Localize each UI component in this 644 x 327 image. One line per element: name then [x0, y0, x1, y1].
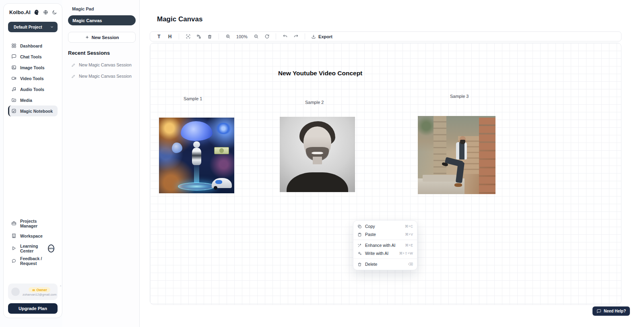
- panel-item-magic-pad[interactable]: Magic Pad: [72, 6, 94, 11]
- logo-row: Kolbo.AI: [8, 9, 58, 15]
- session-list-item[interactable]: New Magic Canvas Session: [71, 62, 139, 67]
- sidebar-item-label: Feedback / Request: [20, 256, 54, 266]
- zoom-out-button[interactable]: [252, 33, 260, 41]
- select-tool-button[interactable]: [184, 33, 192, 41]
- context-menu-item-label: Enhance with AI: [365, 243, 395, 248]
- ai-brain-motif: [181, 121, 213, 141]
- connector-icon: [196, 34, 201, 39]
- portrait-shirt-motif: [287, 172, 348, 192]
- context-menu-item-label: Copy: [365, 224, 375, 229]
- canvas-grid[interactable]: New Youtube Video Concept Sample 1 Sampl…: [150, 43, 621, 305]
- context-menu: Copy ⌘+C Paste ⌘+V Enhance with AI ⌘+E W…: [353, 220, 417, 270]
- sidebar-item-magic-notebook[interactable]: Magic Notebook: [8, 106, 58, 116]
- brain-logo-icon: [33, 9, 39, 15]
- ai-heart-motif: [172, 143, 182, 153]
- connector-tool-button[interactable]: [194, 33, 203, 41]
- toolbar-divider: [276, 33, 276, 39]
- canvas-text-sample-2[interactable]: Sample 2: [305, 100, 324, 105]
- user-info: Owner zoharvan12@gmail.com: [23, 287, 56, 296]
- clipboard-icon: [357, 232, 362, 237]
- heading-tool-button[interactable]: H: [165, 33, 174, 41]
- export-button[interactable]: Export: [310, 34, 334, 39]
- session-list-item[interactable]: New Magic Canvas Session: [71, 74, 139, 79]
- portrait-neck-motif: [313, 157, 322, 164]
- app-logo-text: Kolbo.AI: [9, 10, 31, 15]
- new-session-button[interactable]: New Session: [68, 32, 136, 43]
- context-menu-delete[interactable]: Delete ⌫: [353, 260, 417, 268]
- context-menu-copy[interactable]: Copy ⌘+C: [353, 222, 417, 230]
- sidebar-item-dashboard[interactable]: Dashboard: [8, 40, 58, 51]
- canvas-image-bw-portrait[interactable]: [280, 117, 355, 192]
- dashboard-icon: [11, 43, 17, 48]
- figure-torso-motif: [456, 142, 467, 159]
- video-camera-icon: [11, 76, 17, 81]
- sidebar-item-image-tools[interactable]: Image Tools: [8, 62, 58, 73]
- context-menu-paste[interactable]: Paste ⌘+V: [353, 230, 417, 238]
- sidebar-item-learning-center[interactable]: Learning Center 66%: [8, 243, 58, 254]
- help-chat-icon: [597, 309, 601, 314]
- toolbar-divider: [219, 33, 219, 39]
- undo-icon: [283, 34, 288, 39]
- sidebar-item-video-tools[interactable]: Video Tools: [8, 73, 58, 84]
- briefcase-icon: [11, 221, 17, 226]
- canvas-text-sample-1[interactable]: Sample 1: [184, 96, 202, 101]
- context-menu-write-with-ai[interactable]: Write with AI ⌘+⇧+W: [353, 249, 417, 257]
- canvas-image-man-on-ruins[interactable]: [418, 116, 495, 194]
- context-menu-item-label: Delete: [365, 262, 377, 267]
- canvas-image-ai-robot[interactable]: [159, 118, 234, 193]
- sidebar-item-projects-manager[interactable]: Projects Manager: [8, 218, 58, 229]
- zoom-in-icon: [225, 34, 231, 39]
- zoom-in-button[interactable]: [223, 33, 232, 41]
- new-session-label: New Session: [92, 35, 119, 40]
- ai-money-motif: [214, 147, 229, 154]
- dark-mode-moon-icon[interactable]: [52, 10, 57, 15]
- notebook-pencil-icon: [11, 108, 17, 114]
- export-label: Export: [318, 34, 332, 39]
- page-title: Magic Canvas: [157, 15, 202, 23]
- ai-robot-head-motif: [193, 141, 200, 148]
- trash-icon: [357, 262, 362, 267]
- sidebar-item-feedback[interactable]: Feedback / Request: [8, 255, 58, 266]
- sidebar-item-chat-tools[interactable]: Chat Tools: [8, 51, 58, 62]
- music-note-icon: [11, 87, 17, 92]
- media-folder-icon: [11, 97, 17, 103]
- recent-sessions-heading: Recent Sessions: [68, 50, 139, 56]
- text-tool-button[interactable]: T: [155, 33, 163, 41]
- sidebar-item-label: Workspace: [20, 234, 43, 238]
- heading-tool-glyph: H: [168, 34, 172, 39]
- ruins-foliage-motif: [418, 116, 435, 136]
- owner-badge: Owner: [29, 287, 50, 292]
- delete-tool-button[interactable]: [205, 33, 214, 41]
- language-globe-icon[interactable]: [43, 10, 48, 15]
- project-selector[interactable]: Default Project: [8, 22, 58, 32]
- reset-view-button[interactable]: [262, 33, 271, 41]
- main-area: Magic Canvas T H 100% Export New Youtube…: [140, 0, 644, 327]
- upgrade-plan-button[interactable]: Upgrade Plan: [8, 303, 58, 314]
- sidebar-nav: Dashboard Chat Tools Image Tools Video T…: [8, 40, 58, 116]
- need-help-button[interactable]: Need Help?: [592, 306, 630, 316]
- feedback-bubble-icon: [11, 258, 17, 263]
- zoom-level[interactable]: 100%: [234, 34, 250, 39]
- context-menu-enhance-with-ai[interactable]: Enhance with AI ⌘+E: [353, 241, 417, 249]
- sidebar: Kolbo.AI Default Project Dashboard Chat …: [3, 3, 62, 318]
- context-menu-shortcut: ⌘+C: [405, 224, 413, 228]
- canvas-text-heading[interactable]: New Youtube Video Concept: [278, 70, 362, 77]
- undo-button[interactable]: [281, 33, 289, 41]
- canvas-text-sample-3[interactable]: Sample 3: [450, 94, 469, 99]
- redo-button[interactable]: [291, 33, 300, 41]
- learning-progress-badge: 66%: [48, 244, 54, 252]
- sidebar-item-label: Magic Notebook: [20, 109, 53, 114]
- context-menu-shortcut: ⌘+E: [405, 243, 413, 247]
- canvas-toolbar: T H 100% Export: [150, 31, 621, 41]
- sidebar-item-audio-tools[interactable]: Audio Tools: [8, 84, 58, 95]
- user-card[interactable]: Owner zoharvan12@gmail.com ⌃: [8, 284, 58, 300]
- sidebar-item-workspace[interactable]: Workspace: [8, 230, 58, 241]
- sidebar-footer-nav: Projects Manager Workspace Learning Cent…: [8, 218, 58, 266]
- plus-icon: [85, 35, 89, 39]
- ruins-step-motif: [423, 175, 457, 182]
- zoom-out-icon: [254, 34, 259, 39]
- panel-item-magic-canvas[interactable]: Magic Canvas: [68, 15, 136, 25]
- avatar: [11, 288, 20, 296]
- rotate-reset-icon: [264, 34, 270, 39]
- sidebar-item-media[interactable]: Media: [8, 95, 58, 106]
